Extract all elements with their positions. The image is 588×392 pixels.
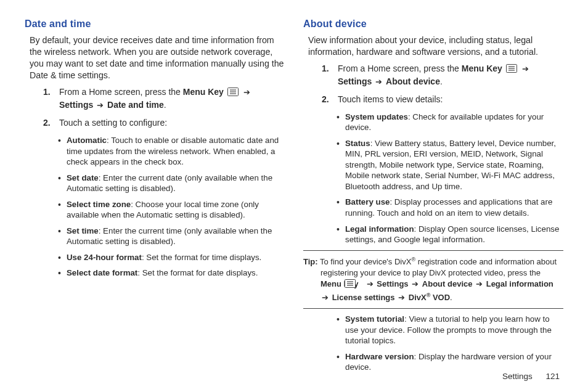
list-item: Use 24-hour format: Set the format for t… — [58, 252, 285, 263]
divider-top — [303, 250, 563, 251]
list-item: Hardware version: Display the hardware v… — [337, 351, 563, 373]
step-2-right: Touch items to view details: — [322, 94, 563, 105]
heading-date-time: Date and time — [25, 17, 285, 31]
intro-date-time: By default, your device receives date an… — [30, 35, 285, 82]
bullet-list-right-2: System tutorial: View a tutorial to help… — [337, 314, 563, 373]
page-footer: Settings 121 — [502, 372, 560, 381]
footer-page-number: 121 — [545, 372, 560, 381]
menu-key-icon — [506, 64, 517, 76]
bullet-list-left: Automatic: Touch to enable or disable au… — [58, 135, 285, 279]
list-item: System updates: Check for available upda… — [337, 112, 563, 133]
tip-box: Tip: To find your device's DivX® registr… — [303, 256, 563, 303]
left-column: Date and time By default, your device re… — [25, 17, 285, 378]
list-item: Set time: Enter the current time (only a… — [58, 226, 285, 247]
heading-about-device: About device — [303, 17, 563, 31]
bullet-list-right-1: System updates: Check for available upda… — [337, 112, 563, 245]
right-column: About device View information about your… — [303, 17, 563, 378]
list-item: Set date: Enter the current date (only a… — [58, 173, 285, 194]
list-item: Automatic: Touch to enable or disable au… — [58, 135, 285, 168]
list-item: System tutorial: View a tutorial to help… — [337, 314, 563, 346]
list-item: Legal information: Display Open source l… — [337, 224, 563, 245]
list-item: Select time zone: Choose your local time… — [58, 199, 285, 221]
intro-about-device: View information about your device, incl… — [308, 35, 563, 58]
list-item: Battery use: Display processes and appli… — [337, 197, 563, 218]
step-1-left: From a Home screen, press the Menu Key ➔… — [43, 86, 285, 111]
list-item: Select date format: Set the format for d… — [58, 267, 285, 279]
divider-bottom — [303, 308, 563, 309]
step-2-left: Touch a setting to configure: — [43, 117, 285, 129]
step-1-right: From a Home screen, press the Menu Key ➔… — [322, 63, 563, 88]
list-item: Status: View Battery status, Battery lev… — [337, 138, 563, 192]
footer-section: Settings — [502, 372, 533, 381]
menu-key-icon — [227, 88, 239, 99]
